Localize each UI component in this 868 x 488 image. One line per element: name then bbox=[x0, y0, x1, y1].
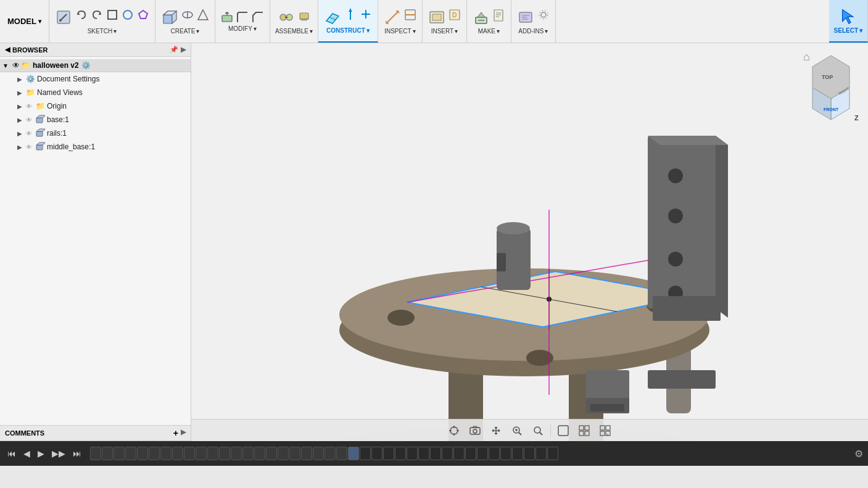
timeline-frame-2[interactable] bbox=[114, 447, 125, 460]
comments-pin-icon[interactable]: ▶ bbox=[181, 428, 186, 438]
sketch-group[interactable]: SKETCH bbox=[49, 0, 155, 43]
timeline-frame-6[interactable] bbox=[160, 447, 172, 460]
snap-icon[interactable] bbox=[445, 422, 463, 439]
timeline-frame-0[interactable] bbox=[90, 447, 101, 460]
camera-icon[interactable] bbox=[466, 422, 484, 439]
sketch-undo-icon bbox=[75, 8, 88, 22]
timeline-frame-29[interactable] bbox=[430, 447, 441, 460]
sketch-chevron bbox=[114, 28, 117, 35]
timeline-frame-9[interactable] bbox=[196, 447, 207, 460]
timeline-frame-10[interactable] bbox=[207, 447, 218, 460]
timeline-frame-13[interactable] bbox=[242, 447, 254, 460]
timeline-frame-1[interactable] bbox=[102, 447, 113, 460]
timeline-frame-33[interactable] bbox=[477, 447, 488, 460]
timeline-frame-34[interactable] bbox=[489, 447, 500, 460]
assemble-label: ASSEMBLE bbox=[275, 28, 313, 35]
timeline-play-btn[interactable]: ▶ bbox=[35, 447, 47, 460]
timeline-frame-17[interactable] bbox=[289, 447, 300, 460]
timeline-frame-4[interactable] bbox=[137, 447, 148, 460]
display-mode-icon[interactable] bbox=[555, 422, 572, 439]
main-toolbar: MODEL ▾ SKETCH bbox=[0, 0, 868, 43]
tree-item-rails1[interactable]: ▶ 👁 rails:1 bbox=[0, 126, 191, 140]
timeline-frame-19[interactable] bbox=[313, 447, 324, 460]
fit-icon[interactable] bbox=[529, 422, 547, 439]
timeline-frame-27[interactable] bbox=[407, 447, 418, 460]
comments-add-button[interactable]: + bbox=[173, 428, 178, 438]
sketch-icons-row bbox=[54, 8, 150, 27]
middle-base1-visibility-icon: 👁 bbox=[25, 143, 33, 151]
timeline-settings-btn[interactable]: ⚙ bbox=[854, 448, 863, 460]
browser-pin-icon[interactable]: 📌 bbox=[170, 46, 178, 54]
timeline-frame-7[interactable] bbox=[172, 447, 183, 460]
timeline-frame-31[interactable] bbox=[453, 447, 465, 460]
root-settings-icon[interactable]: ⚙️ bbox=[81, 61, 91, 70]
insert-group[interactable]: D INSERT bbox=[423, 0, 467, 43]
view-cube[interactable]: ⌂ Z TOP FRONT RIGHT bbox=[800, 49, 862, 123]
timeline-frame-28[interactable] bbox=[418, 447, 429, 460]
timeline-frame-36[interactable] bbox=[512, 447, 523, 460]
timeline-end-btn[interactable]: ⏭ bbox=[70, 447, 84, 460]
grid-icon[interactable] bbox=[576, 422, 593, 439]
inspect-group[interactable]: INSPECT bbox=[378, 0, 423, 43]
make-group[interactable]: MAKE bbox=[467, 0, 511, 43]
timeline-frame-35[interactable] bbox=[500, 447, 511, 460]
timeline-frame-11[interactable] bbox=[219, 447, 230, 460]
sketch-label: SKETCH bbox=[88, 28, 117, 35]
tree-item-document-settings[interactable]: ▶ ⚙️ Document Settings bbox=[0, 72, 191, 86]
more-display-icon[interactable]: + bbox=[597, 422, 614, 439]
timeline-frame-23[interactable] bbox=[360, 447, 371, 460]
create-label: CREATE bbox=[171, 28, 200, 35]
viewport[interactable]: ⌂ Z TOP FRONT RIGHT bbox=[191, 43, 868, 441]
construct-icons-row bbox=[323, 7, 373, 26]
svg-point-6 bbox=[123, 10, 132, 19]
svg-marker-41 bbox=[477, 12, 485, 17]
modify-group[interactable]: MODIFY bbox=[215, 0, 270, 43]
toolbar-sep-1 bbox=[550, 424, 551, 437]
svg-marker-109 bbox=[473, 426, 477, 428]
construct-group[interactable]: CONSTRUCT bbox=[318, 0, 378, 43]
base1-label: base:1 bbox=[47, 115, 69, 124]
tree-item-named-views[interactable]: ▶ 📁 Named Views bbox=[0, 86, 191, 99]
timeline-frame-5[interactable] bbox=[149, 447, 160, 460]
timeline-frame-8[interactable] bbox=[184, 447, 195, 460]
timeline-frame-32[interactable] bbox=[465, 447, 476, 460]
timeline-frame-12[interactable] bbox=[231, 447, 242, 460]
browser-expand-icon[interactable]: ▶ bbox=[181, 46, 186, 54]
timeline-frame-16[interactable] bbox=[278, 447, 289, 460]
timeline-frames[interactable] bbox=[90, 447, 848, 460]
timeline-frame-24[interactable] bbox=[371, 447, 382, 460]
svg-rect-120 bbox=[585, 431, 589, 436]
model-menu[interactable]: MODEL ▾ bbox=[0, 0, 49, 43]
timeline-prev-btn[interactable]: ◀ bbox=[21, 447, 33, 460]
pan-icon[interactable] bbox=[487, 422, 505, 439]
root-item[interactable]: ▼ 👁 📁 halloween v2 ⚙️ bbox=[0, 59, 191, 72]
browser-collapse-icon[interactable]: ◀ bbox=[5, 46, 10, 54]
create-group[interactable]: CREATE bbox=[155, 0, 215, 43]
timeline-frame-21[interactable] bbox=[336, 447, 347, 460]
timeline-frame-22[interactable] bbox=[348, 447, 359, 460]
timeline-start-btn[interactable]: ⏮ bbox=[5, 447, 19, 460]
timeline-frame-26[interactable] bbox=[395, 447, 406, 460]
addins-group[interactable]: ADD-INS bbox=[511, 0, 556, 43]
timeline-frame-37[interactable] bbox=[524, 447, 535, 460]
timeline-frame-25[interactable] bbox=[383, 447, 394, 460]
tree-item-origin[interactable]: ▶ 👁 📁 Origin bbox=[0, 99, 191, 113]
select-group[interactable]: SELECT bbox=[829, 0, 868, 43]
tree-item-middle-base1[interactable]: ▶ 👁 middle_base:1 bbox=[0, 140, 191, 154]
timeline-frame-15[interactable] bbox=[266, 447, 277, 460]
timeline-frame-39[interactable] bbox=[547, 447, 558, 460]
tree-item-base1[interactable]: ▶ 👁 base:1 bbox=[0, 113, 191, 126]
timeline-frame-38[interactable] bbox=[535, 447, 547, 460]
insert-canvas-icon bbox=[428, 8, 446, 27]
timeline-next-btn[interactable]: ▶▶ bbox=[49, 447, 68, 460]
assemble-group[interactable]: ASSEMBLE bbox=[270, 0, 318, 43]
svg-rect-123 bbox=[600, 431, 605, 436]
timeline-frame-3[interactable] bbox=[125, 447, 136, 460]
svg-line-111 bbox=[519, 432, 521, 435]
timeline-frame-18[interactable] bbox=[301, 447, 312, 460]
timeline-frame-20[interactable] bbox=[324, 447, 336, 460]
timeline-frame-14[interactable] bbox=[254, 447, 265, 460]
assemble-chevron bbox=[310, 28, 313, 35]
zoom-icon[interactable] bbox=[508, 422, 526, 439]
timeline-frame-30[interactable] bbox=[442, 447, 453, 460]
